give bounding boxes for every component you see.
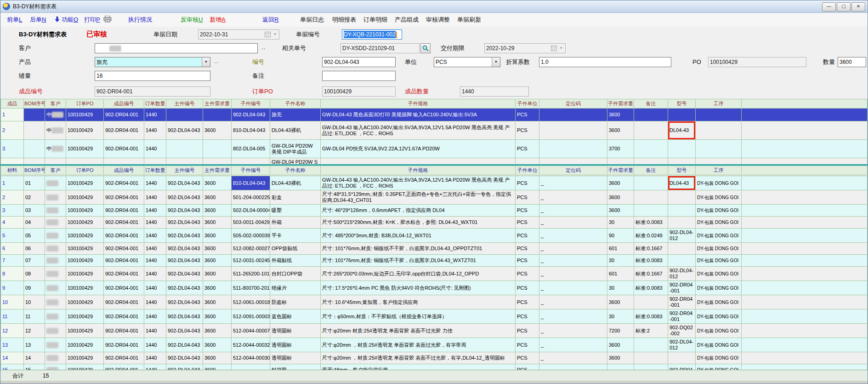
cell-location-code[interactable]: _ xyxy=(539,190,607,205)
cell-model[interactable] xyxy=(668,109,696,121)
order-detail-button[interactable]: 订单明细 xyxy=(363,16,387,24)
cell-note[interactable] xyxy=(634,352,668,364)
cell-location-code[interactable]: _ xyxy=(539,267,607,281)
cell-bom-seq[interactable]: 13 xyxy=(24,338,45,352)
cell-customer[interactable] xyxy=(45,243,66,255)
table-row[interactable]: 303100100429902-DR04-0011440902-DL04-043… xyxy=(1,205,868,217)
cell-sub-req-qty[interactable]: 601 xyxy=(607,243,634,255)
cell-location-code[interactable]: _ xyxy=(539,281,607,295)
column-header[interactable]: 订单PO xyxy=(66,99,104,109)
cell-note[interactable] xyxy=(634,295,668,309)
cell-note[interactable] xyxy=(634,109,668,121)
fg-code-field[interactable]: 902-DR04-001 xyxy=(95,86,210,97)
cell-order-po[interactable]: 100100429 xyxy=(66,243,104,255)
detail-report-button[interactable]: 明细报表 xyxy=(332,16,356,24)
cell-sub-name[interactable]: OPP袋贴纸 xyxy=(270,243,321,255)
cell-sub-unit[interactable]: PCS xyxy=(516,364,539,370)
cell-sub-req-qty[interactable]: 3600 xyxy=(607,295,634,309)
cell-main-req-qty[interactable]: 3600 xyxy=(203,364,232,370)
cell-order-po[interactable]: 100100429 xyxy=(66,217,104,229)
cell-order-po[interactable]: 100100429 xyxy=(66,121,104,140)
cell-process[interactable]: DY-包装 DONG GOI xyxy=(696,364,742,370)
cell-sub-unit[interactable]: PCS xyxy=(516,217,539,229)
cell-sub-unit[interactable]: PCS xyxy=(516,109,539,121)
cell-model[interactable]: DL04-43 xyxy=(668,176,696,190)
cell-fg-code[interactable]: 902-DR04-001 xyxy=(104,121,144,140)
cell-customer[interactable] xyxy=(45,309,66,324)
cell-model[interactable] xyxy=(668,255,696,267)
cell-main-code[interactable]: 902-DL04-043 xyxy=(166,295,203,309)
cell-order-po[interactable]: 100100429 xyxy=(66,295,104,309)
cell-main-req-qty[interactable]: 3600 xyxy=(203,352,232,364)
cell-model[interactable]: 902-DL04-012 xyxy=(668,267,696,281)
cell-sub-name[interactable]: DL04-43裸机 xyxy=(270,121,321,140)
cell-sub-req-qty[interactable]: 3600 xyxy=(607,121,634,140)
cell-main-code[interactable]: 902-DL04-043 xyxy=(166,205,203,217)
cell-sub-req-qty[interactable]: 90 xyxy=(607,229,634,243)
printer-button[interactable] xyxy=(103,16,112,24)
cell-location-code[interactable]: _ xyxy=(539,176,607,190)
cell-note[interactable] xyxy=(634,121,668,140)
cell-row-number[interactable]: 15 xyxy=(1,364,24,370)
cell-sub-unit[interactable]: … xyxy=(516,158,539,165)
table-row[interactable]: 909100100429902-DR04-0011440902-DL04-043… xyxy=(1,281,868,295)
cell-sub-unit[interactable]: PCS xyxy=(516,190,539,205)
cell-row-number[interactable]: 2 xyxy=(1,190,24,205)
cell-sub-req-qty[interactable]: 3600 xyxy=(607,109,634,121)
cell-main-req-qty[interactable]: 3600 xyxy=(203,309,232,324)
cell-row-number[interactable]: 12 xyxy=(1,324,24,338)
cell-fg-code[interactable]: 902-DR04-001 xyxy=(104,255,144,267)
cell-sub-code[interactable] xyxy=(232,364,270,370)
cell-main-req-qty[interactable]: 3600 xyxy=(203,243,232,255)
cell-bom-seq[interactable] xyxy=(24,109,45,121)
cell-sub-spec[interactable]: GW-DL04 PD快充 5V3A,9V2.22A,12V1.67A PD20W xyxy=(321,140,516,158)
column-header[interactable]: 主件需求量 xyxy=(203,99,232,109)
related-no-field[interactable]: DY-XSDD-221029-01 xyxy=(340,43,420,53)
cell-location-code[interactable]: _ xyxy=(539,243,607,255)
table-row[interactable]: 1515100100429902-DR04-0011440902-DL04-04… xyxy=(1,364,868,370)
cell-sub-code[interactable]: 512-0061-00018 xyxy=(232,295,270,309)
cell-sub-req-qty[interactable]: … xyxy=(607,158,634,165)
delivery-date-field[interactable]: 2022-10-29 ▼ xyxy=(484,43,566,53)
table-row[interactable]: 606100100429902-DR04-0011440902-DL04-043… xyxy=(1,243,868,255)
cell-note[interactable]: 标准:0.0249 xyxy=(634,229,668,243)
cell-bom-seq[interactable] xyxy=(24,140,45,158)
column-header[interactable]: 主件需求量 xyxy=(203,166,232,175)
cell-sub-req-qty[interactable] xyxy=(607,364,634,370)
cell-sub-spec[interactable]: 尺寸: 17.5*26*0.4mm PC 黑色 防火94V0 符合ROHS(尺寸… xyxy=(321,281,516,295)
table-row[interactable]: 3中100100429902-DR04-0011440802-DL04-005G… xyxy=(1,140,868,158)
cell-row-number[interactable]: 3 xyxy=(1,140,24,158)
cell-model[interactable]: 902-DR04-001 xyxy=(668,309,696,324)
cell-order-qty[interactable]: … xyxy=(144,158,166,165)
cell-fg-code[interactable]: 902-DR04-001 xyxy=(104,229,144,243)
cell-fg-code[interactable]: 902-DR04-001 xyxy=(104,324,144,338)
cell-location-code[interactable]: _ xyxy=(539,295,607,309)
cell-customer[interactable] xyxy=(45,229,66,243)
cell-sub-code[interactable]: 802-DL04-005 xyxy=(232,140,270,158)
column-header[interactable]: 定位码 xyxy=(539,166,607,175)
cell-bom-seq[interactable]: 05 xyxy=(24,229,45,243)
cell-bom-seq[interactable]: 02 xyxy=(24,190,45,205)
cell-sub-unit[interactable]: PCS xyxy=(516,281,539,295)
return-button[interactable]: 返回R xyxy=(262,16,278,24)
cell-sub-name[interactable]: 绝缘片 xyxy=(270,281,321,295)
cell-sub-code[interactable]: 503-0011-00429 xyxy=(232,217,270,229)
cell-bom-seq[interactable]: 01 xyxy=(24,176,45,190)
cell-order-qty[interactable]: 1440 xyxy=(144,281,166,295)
cell-main-code[interactable]: 902-DL04-043 xyxy=(166,281,203,295)
cell-order-po[interactable]: 100100429 xyxy=(66,324,104,338)
cell-sub-unit[interactable]: PCS xyxy=(516,121,539,140)
qty-field[interactable]: 3600 xyxy=(838,57,866,67)
cell-sub-spec[interactable]: 尺寸: 46*29*126mm，0.6mmAPET，指定供应商 DL04 xyxy=(321,205,516,217)
cell-sub-unit[interactable]: PCS xyxy=(516,352,539,364)
column-header[interactable]: 订单数量 xyxy=(144,166,166,175)
cell-note[interactable] xyxy=(634,140,668,158)
cell-row-number[interactable]: 1 xyxy=(1,109,24,121)
cell-sub-name[interactable]: 封箱胶 xyxy=(270,364,321,370)
cell-note[interactable] xyxy=(634,205,668,217)
cell-fg-code[interactable]: 902-DR04-001 xyxy=(104,205,144,217)
dropdown-arrow-icon[interactable]: ▼ xyxy=(492,57,500,67)
cell-location-code[interactable]: _ xyxy=(539,217,607,229)
cell-main-code[interactable]: 902-DL04-043 xyxy=(166,229,203,243)
cell-order-qty[interactable]: 1440 xyxy=(144,121,166,140)
